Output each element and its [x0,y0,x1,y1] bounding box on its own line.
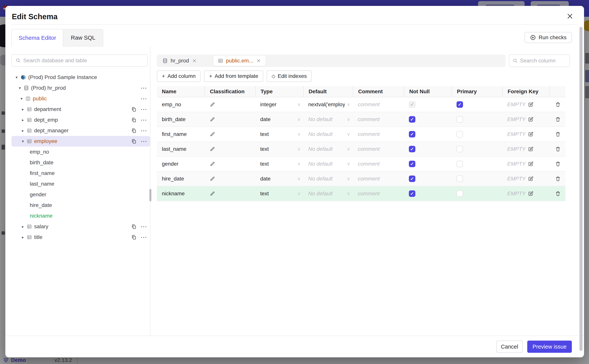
column-name-cell[interactable]: nickname [157,191,205,197]
caret-right-icon[interactable]: ▸ [20,128,25,133]
more-actions-icon[interactable]: ⋯ [141,234,147,240]
tree-item-column[interactable]: emp_no [11,147,150,157]
comment-input[interactable]: comment [353,191,404,197]
column-search-input[interactable] [520,58,558,64]
caret-right-icon[interactable]: ▸ [20,118,25,122]
type-select[interactable]: date∨ [255,176,303,182]
column-name-cell[interactable]: gender [157,161,205,167]
type-select[interactable]: text∨ [255,146,303,152]
more-actions-icon[interactable]: ⋯ [141,223,147,230]
delete-column-icon[interactable] [555,176,561,182]
edit-foreign-key-icon[interactable] [528,176,534,182]
caret-right-icon[interactable]: ▸ [20,224,25,229]
primary-checkbox[interactable] [456,190,463,197]
cancel-button[interactable]: Cancel [496,341,523,353]
delete-column-icon[interactable] [555,116,561,122]
default-select[interactable]: No default∨ [303,146,353,152]
more-actions-icon[interactable]: ⋯ [141,95,147,102]
column-name-cell[interactable]: hire_date [157,176,205,182]
primary-checkbox[interactable] [456,146,463,152]
type-select[interactable]: integer∨ [255,101,303,108]
classification-edit-icon[interactable] [209,102,215,107]
not-null-checkbox[interactable]: ✓ [409,116,415,123]
edit-foreign-key-icon[interactable] [528,117,534,122]
caret-down-icon[interactable]: ▾ [14,75,19,80]
tab-chip-table-active[interactable]: public.em... [214,56,266,66]
edit-indexes-button[interactable]: ◇ Edit indexes [267,71,312,82]
preview-issue-button[interactable]: Preview issue [527,341,572,353]
tree-item-table[interactable]: ▸ dept_emp ⋯ [11,115,150,125]
close-tab-icon[interactable] [256,58,261,63]
more-actions-icon[interactable]: ⋯ [141,117,147,123]
add-column-button[interactable]: + Add column [157,71,201,82]
caret-right-icon[interactable]: ▸ [20,235,25,240]
more-actions-icon[interactable]: ⋯ [141,106,147,112]
comment-input[interactable]: comment [353,101,404,108]
duplicate-icon[interactable] [131,224,137,229]
duplicate-icon[interactable] [131,106,137,112]
caret-down-icon[interactable]: ▾ [20,139,25,143]
edit-foreign-key-icon[interactable] [528,161,534,167]
delete-column-icon[interactable] [555,161,561,167]
tree-item-database[interactable]: ▾ (Prod) hr_prod ⋯ [11,83,150,93]
column-name-cell[interactable]: emp_no [157,101,205,108]
not-null-checkbox[interactable]: ✓ [409,161,415,167]
tab-raw-sql[interactable]: Raw SQL [63,29,103,46]
column-name-cell[interactable]: birth_date [157,116,205,122]
caret-right-icon[interactable]: ▸ [20,107,25,111]
tree-item-table[interactable]: ▸ dept_manager ⋯ [11,125,150,136]
edit-foreign-key-icon[interactable] [528,146,534,152]
comment-input[interactable]: comment [353,176,404,182]
primary-checkbox[interactable] [456,131,463,137]
default-select[interactable]: No default∨ [303,116,353,122]
more-actions-icon[interactable]: ⋯ [141,138,147,144]
edit-foreign-key-icon[interactable] [528,131,534,137]
more-actions-icon[interactable]: ⋯ [141,127,147,134]
delete-column-icon[interactable] [555,131,561,137]
tree-search-input[interactable] [23,58,144,64]
close-button[interactable] [566,12,574,20]
not-null-checkbox[interactable]: ✓ [409,131,415,137]
default-select[interactable]: No default∨ [303,191,353,197]
edit-foreign-key-icon[interactable] [528,191,534,196]
default-select[interactable]: nextval('employ∨ [303,101,353,108]
delete-column-icon[interactable] [555,101,561,108]
comment-input[interactable]: comment [353,146,404,152]
default-select[interactable]: No default∨ [303,176,353,182]
classification-edit-icon[interactable] [209,117,215,122]
comment-input[interactable]: comment [353,116,404,122]
delete-column-icon[interactable] [555,191,561,197]
duplicate-icon[interactable] [131,128,137,133]
run-checks-button[interactable]: Run checks [525,32,572,43]
sidebar-scrollbar[interactable] [149,189,151,202]
classification-edit-icon[interactable] [209,161,215,167]
type-select[interactable]: text∨ [255,161,303,167]
tree-item-column[interactable]: first_name [11,168,150,179]
tab-schema-editor[interactable]: Schema Editor [11,29,63,46]
modal-scrollbar[interactable] [579,27,582,351]
primary-checkbox[interactable] [456,176,463,182]
default-select[interactable]: No default∨ [303,161,353,167]
primary-checkbox[interactable]: ✓ [456,101,463,108]
tree-item-column-new[interactable]: nickname [11,211,150,221]
type-select[interactable]: date∨ [255,116,303,122]
caret-down-icon[interactable]: ▾ [17,86,22,90]
tree-item-column[interactable]: gender [11,189,150,200]
duplicate-icon[interactable] [131,234,137,240]
default-select[interactable]: No default∨ [303,131,353,137]
tree-item-table-selected[interactable]: ▾ employee ⋯ [11,136,150,147]
comment-input[interactable]: comment [353,161,404,167]
classification-edit-icon[interactable] [209,191,215,196]
caret-down-icon[interactable]: ▾ [19,96,24,101]
tab-chip-database[interactable]: hr_prod [158,56,201,66]
tree-item-table[interactable]: ▸ department ⋯ [11,104,150,115]
primary-checkbox[interactable] [456,116,463,123]
not-null-checkbox[interactable]: ✓ [409,176,415,182]
close-tab-icon[interactable] [192,58,197,63]
type-select[interactable]: text∨ [255,191,303,197]
primary-checkbox[interactable] [456,161,463,167]
tree-item-table[interactable]: ▸ salary ⋯ [11,221,150,232]
tree-item-column[interactable]: birth_date [11,157,150,168]
classification-edit-icon[interactable] [209,146,215,152]
edit-foreign-key-icon[interactable] [528,102,534,107]
